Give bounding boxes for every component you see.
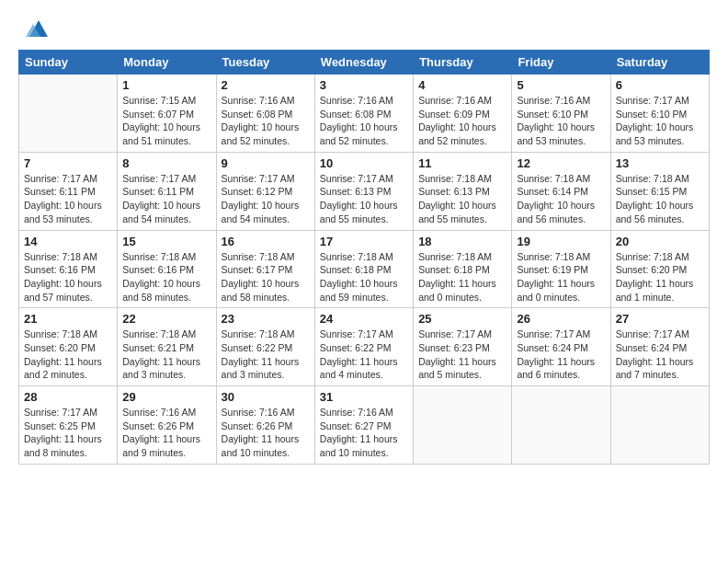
day-info: Sunrise: 7:18 AM Sunset: 6:20 PM Dayligh… <box>24 327 112 382</box>
day-number: 26 <box>517 312 605 326</box>
col-header-saturday: Saturday <box>610 51 709 75</box>
calendar-cell: 15Sunrise: 7:18 AM Sunset: 6:16 PM Dayli… <box>118 230 216 308</box>
day-number: 2 <box>222 78 310 92</box>
day-number: 3 <box>320 78 408 92</box>
day-info: Sunrise: 7:16 AM Sunset: 6:27 PM Dayligh… <box>320 406 408 460</box>
calendar-cell: 31Sunrise: 7:16 AM Sunset: 6:27 PM Dayli… <box>314 386 413 465</box>
calendar-cell: 26Sunrise: 7:17 AM Sunset: 6:24 PM Dayli… <box>512 308 610 386</box>
day-info: Sunrise: 7:17 AM Sunset: 6:23 PM Dayligh… <box>418 327 506 382</box>
day-info: Sunrise: 7:16 AM Sunset: 6:08 PM Dayligh… <box>222 94 310 148</box>
day-number: 14 <box>24 235 112 248</box>
day-info: Sunrise: 7:18 AM Sunset: 6:17 PM Dayligh… <box>222 250 310 304</box>
calendar-cell: 6Sunrise: 7:17 AM Sunset: 6:10 PM Daylig… <box>610 75 709 153</box>
calendar-cell <box>512 386 610 465</box>
calendar-cell: 25Sunrise: 7:17 AM Sunset: 6:23 PM Dayli… <box>414 308 512 386</box>
day-info: Sunrise: 7:17 AM Sunset: 6:10 PM Dayligh… <box>616 94 704 148</box>
day-number: 22 <box>122 312 210 326</box>
calendar-cell: 24Sunrise: 7:17 AM Sunset: 6:22 PM Dayli… <box>314 308 413 386</box>
calendar-cell: 13Sunrise: 7:18 AM Sunset: 6:15 PM Dayli… <box>610 152 709 230</box>
day-number: 9 <box>222 156 310 170</box>
day-number: 11 <box>418 156 506 170</box>
day-info: Sunrise: 7:15 AM Sunset: 6:07 PM Dayligh… <box>122 94 210 148</box>
day-info: Sunrise: 7:16 AM Sunset: 6:09 PM Dayligh… <box>418 94 506 148</box>
day-number: 6 <box>616 78 704 92</box>
calendar-cell: 17Sunrise: 7:18 AM Sunset: 6:18 PM Dayli… <box>314 230 413 308</box>
calendar-cell: 16Sunrise: 7:18 AM Sunset: 6:17 PM Dayli… <box>216 230 314 308</box>
day-info: Sunrise: 7:18 AM Sunset: 6:14 PM Dayligh… <box>517 172 605 226</box>
day-number: 19 <box>517 235 605 248</box>
day-info: Sunrise: 7:18 AM Sunset: 6:20 PM Dayligh… <box>616 250 704 304</box>
week-row-5: 28Sunrise: 7:17 AM Sunset: 6:25 PM Dayli… <box>19 386 710 465</box>
day-number: 23 <box>222 312 310 326</box>
day-info: Sunrise: 7:18 AM Sunset: 6:15 PM Dayligh… <box>616 172 704 226</box>
calendar-cell: 14Sunrise: 7:18 AM Sunset: 6:16 PM Dayli… <box>19 230 118 308</box>
day-number: 5 <box>517 78 605 92</box>
day-number: 8 <box>122 156 210 170</box>
day-number: 4 <box>418 78 506 92</box>
calendar-cell: 22Sunrise: 7:18 AM Sunset: 6:21 PM Dayli… <box>118 308 216 386</box>
calendar-cell <box>414 386 512 465</box>
day-number: 12 <box>517 156 605 170</box>
calendar-cell: 11Sunrise: 7:18 AM Sunset: 6:13 PM Dayli… <box>414 152 512 230</box>
logo-icon <box>24 17 50 42</box>
week-row-1: 1Sunrise: 7:15 AM Sunset: 6:07 PM Daylig… <box>19 75 710 153</box>
calendar-cell: 4Sunrise: 7:16 AM Sunset: 6:09 PM Daylig… <box>414 75 512 153</box>
day-info: Sunrise: 7:18 AM Sunset: 6:22 PM Dayligh… <box>222 327 310 382</box>
calendar-cell: 7Sunrise: 7:17 AM Sunset: 6:11 PM Daylig… <box>19 152 118 230</box>
calendar-table: SundayMondayTuesdayWednesdayThursdayFrid… <box>18 50 710 465</box>
calendar-cell: 3Sunrise: 7:16 AM Sunset: 6:08 PM Daylig… <box>314 75 413 153</box>
day-info: Sunrise: 7:18 AM Sunset: 6:18 PM Dayligh… <box>320 250 408 304</box>
calendar-cell <box>610 386 709 465</box>
col-header-monday: Monday <box>118 51 216 75</box>
calendar-cell: 27Sunrise: 7:17 AM Sunset: 6:24 PM Dayli… <box>610 308 709 386</box>
calendar-cell: 9Sunrise: 7:17 AM Sunset: 6:12 PM Daylig… <box>216 152 314 230</box>
day-info: Sunrise: 7:17 AM Sunset: 6:24 PM Dayligh… <box>616 327 704 382</box>
day-info: Sunrise: 7:17 AM Sunset: 6:22 PM Dayligh… <box>320 327 408 382</box>
day-number: 30 <box>222 390 310 404</box>
calendar-cell: 2Sunrise: 7:16 AM Sunset: 6:08 PM Daylig… <box>216 75 314 153</box>
calendar-cell: 10Sunrise: 7:17 AM Sunset: 6:13 PM Dayli… <box>314 152 413 230</box>
day-number: 17 <box>320 235 408 248</box>
day-info: Sunrise: 7:18 AM Sunset: 6:13 PM Dayligh… <box>418 172 506 226</box>
calendar-cell: 21Sunrise: 7:18 AM Sunset: 6:20 PM Dayli… <box>19 308 118 386</box>
col-header-tuesday: Tuesday <box>216 51 314 75</box>
day-info: Sunrise: 7:18 AM Sunset: 6:21 PM Dayligh… <box>122 327 210 382</box>
day-info: Sunrise: 7:17 AM Sunset: 6:25 PM Dayligh… <box>24 406 112 460</box>
col-header-wednesday: Wednesday <box>314 51 413 75</box>
day-number: 16 <box>222 235 310 248</box>
day-info: Sunrise: 7:18 AM Sunset: 6:19 PM Dayligh… <box>517 250 605 304</box>
calendar-cell: 8Sunrise: 7:17 AM Sunset: 6:11 PM Daylig… <box>118 152 216 230</box>
day-number: 21 <box>24 312 112 326</box>
calendar-cell: 12Sunrise: 7:18 AM Sunset: 6:14 PM Dayli… <box>512 152 610 230</box>
day-number: 18 <box>418 235 506 248</box>
day-info: Sunrise: 7:16 AM Sunset: 6:26 PM Dayligh… <box>122 406 210 460</box>
day-number: 1 <box>122 78 210 92</box>
day-info: Sunrise: 7:17 AM Sunset: 6:11 PM Dayligh… <box>24 172 112 226</box>
week-row-2: 7Sunrise: 7:17 AM Sunset: 6:11 PM Daylig… <box>19 152 710 230</box>
day-number: 15 <box>122 235 210 248</box>
day-number: 13 <box>616 156 704 170</box>
day-number: 20 <box>616 235 704 248</box>
day-number: 10 <box>320 156 408 170</box>
calendar-cell: 20Sunrise: 7:18 AM Sunset: 6:20 PM Dayli… <box>610 230 709 308</box>
col-header-sunday: Sunday <box>19 51 118 75</box>
page: SundayMondayTuesdayWednesdayThursdayFrid… <box>0 0 728 563</box>
logo <box>18 17 50 42</box>
day-info: Sunrise: 7:17 AM Sunset: 6:12 PM Dayligh… <box>222 172 310 226</box>
day-info: Sunrise: 7:17 AM Sunset: 6:13 PM Dayligh… <box>320 172 408 226</box>
calendar-cell: 28Sunrise: 7:17 AM Sunset: 6:25 PM Dayli… <box>19 386 118 465</box>
calendar-cell <box>19 75 118 153</box>
day-info: Sunrise: 7:16 AM Sunset: 6:26 PM Dayligh… <box>222 406 310 460</box>
day-info: Sunrise: 7:18 AM Sunset: 6:16 PM Dayligh… <box>24 250 112 304</box>
day-number: 28 <box>24 390 112 404</box>
day-info: Sunrise: 7:18 AM Sunset: 6:16 PM Dayligh… <box>122 250 210 304</box>
col-header-friday: Friday <box>512 51 610 75</box>
calendar-cell: 1Sunrise: 7:15 AM Sunset: 6:07 PM Daylig… <box>118 75 216 153</box>
calendar-cell: 18Sunrise: 7:18 AM Sunset: 6:18 PM Dayli… <box>414 230 512 308</box>
header <box>18 17 710 42</box>
day-number: 27 <box>616 312 704 326</box>
day-info: Sunrise: 7:17 AM Sunset: 6:24 PM Dayligh… <box>517 327 605 382</box>
day-info: Sunrise: 7:17 AM Sunset: 6:11 PM Dayligh… <box>122 172 210 226</box>
week-row-3: 14Sunrise: 7:18 AM Sunset: 6:16 PM Dayli… <box>19 230 710 308</box>
week-row-4: 21Sunrise: 7:18 AM Sunset: 6:20 PM Dayli… <box>19 308 710 386</box>
